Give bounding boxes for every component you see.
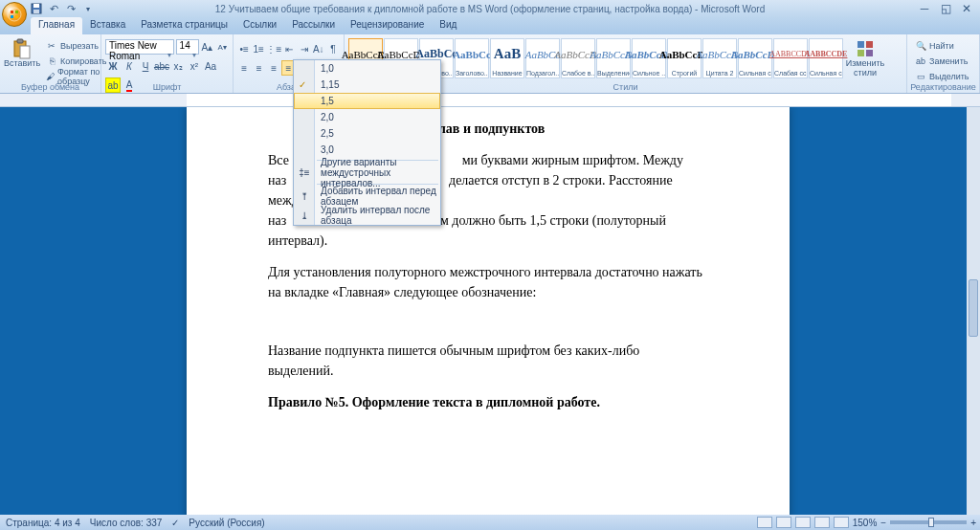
group-clipboard: Вставить ✂Вырезать ⎘Копировать 🖌Формат п… — [0, 34, 101, 93]
spacing-option[interactable]: 2,0 — [294, 109, 440, 125]
tab-review[interactable]: Рецензирование — [343, 17, 432, 34]
view-outline[interactable] — [814, 517, 830, 528]
qat-redo-icon[interactable]: ↷ — [63, 1, 78, 16]
zoom-level[interactable]: 150% — [853, 518, 878, 528]
replace-button[interactable]: abЗаменить — [911, 54, 973, 68]
copy-icon: ⎘ — [46, 55, 57, 67]
format-painter-button[interactable]: 🖌Формат по образцу — [42, 69, 110, 83]
style-item[interactable]: AABBCCDEСильная с... — [809, 38, 843, 78]
qat-undo-icon[interactable]: ↶ — [46, 1, 61, 16]
strike-icon[interactable]: abc — [154, 58, 169, 74]
style-item[interactable]: AaBbCcDcСильная с... — [738, 38, 772, 78]
tab-mailings[interactable]: Рассылки — [284, 17, 343, 34]
minimize-button[interactable]: ─ — [915, 2, 934, 15]
subscript-icon[interactable]: x₂ — [170, 58, 186, 74]
window-title: 12 Учитываем общие требования к дипломно… — [215, 4, 765, 14]
status-words[interactable]: Число слов: 337 — [90, 518, 163, 528]
tab-references[interactable]: Ссылки — [235, 17, 284, 34]
tab-home[interactable]: Главная — [31, 17, 82, 34]
show-marks-icon[interactable]: ¶ — [326, 41, 340, 56]
select-button[interactable]: ▭Выделить — [911, 69, 973, 83]
select-icon: ▭ — [915, 71, 926, 82]
cut-button[interactable]: ✂Вырезать — [42, 38, 110, 53]
multilevel-icon[interactable]: ⋮≡ — [266, 41, 281, 56]
indent-inc-icon[interactable]: ⇥ — [298, 41, 311, 56]
numbering-icon[interactable]: 1≡ — [252, 41, 265, 56]
tab-insert[interactable]: Вставка — [82, 17, 133, 34]
spacing-value: 1,15 — [321, 79, 339, 90]
svg-rect-9 — [17, 39, 23, 43]
status-bar: Страница: 4 из 4 Число слов: 337 ✓ Русск… — [0, 515, 980, 530]
font-name-combo[interactable]: Times New Roman — [105, 39, 174, 55]
view-full-screen[interactable] — [776, 517, 791, 528]
shrink-font-icon[interactable]: A▾ — [215, 39, 229, 55]
style-item[interactable]: AaBНазвание — [490, 38, 524, 78]
style-item[interactable]: AABBCCDEСлабая сс... — [773, 38, 808, 78]
heading: Правило №5. Оформление текста в дипломно… — [268, 392, 708, 412]
style-name: Название — [491, 69, 523, 77]
scrollbar-thumb[interactable] — [969, 279, 978, 337]
superscript-icon[interactable]: x² — [187, 58, 202, 74]
svg-rect-6 — [33, 4, 39, 8]
find-button[interactable]: 🔍Найти — [911, 38, 973, 53]
maximize-button[interactable]: ◱ — [936, 2, 955, 15]
spacing-value: 2,5 — [321, 128, 334, 139]
add-before-icon: ⤒ — [297, 188, 312, 204]
spacing-option[interactable]: 3,0 — [294, 142, 440, 158]
view-print-layout[interactable] — [757, 517, 772, 528]
style-name: Слабое в... — [562, 69, 594, 77]
qat-dropdown-icon[interactable]: ▾ — [80, 1, 96, 16]
style-name: Цитата 2 — [703, 69, 736, 77]
spacing-remove-after[interactable]: ⤓Удалить интервал после абзаца — [294, 206, 440, 225]
svg-rect-13 — [858, 50, 864, 56]
grow-font-icon[interactable]: A▴ — [201, 39, 214, 55]
zoom-slider[interactable] — [890, 520, 967, 524]
vertical-scrollbar[interactable] — [967, 107, 980, 515]
spacing-option[interactable]: 1,0 — [294, 60, 440, 77]
align-center-icon[interactable]: ≡ — [252, 60, 265, 76]
tab-view[interactable]: Вид — [432, 17, 464, 34]
align-left-icon[interactable]: ≡ — [237, 60, 251, 76]
status-page[interactable]: Страница: 4 из 4 — [6, 518, 80, 528]
bullets-icon[interactable]: •≡ — [237, 41, 251, 56]
align-right-icon[interactable]: ≡ — [267, 60, 280, 76]
spacing-options-icon: ‡≡ — [297, 165, 312, 180]
office-button[interactable] — [2, 2, 27, 27]
sort-icon[interactable]: A↓ — [312, 41, 325, 56]
font-size-combo[interactable]: 14 — [176, 39, 199, 55]
page[interactable]: Правило №4. Оформление глав и подпунктов… — [187, 107, 790, 515]
document-area: Правило №4. Оформление глав и подпунктов… — [0, 107, 980, 515]
group-editing: 🔍Найти abЗаменить ▭Выделить Редактирован… — [907, 34, 980, 93]
paragraph-text: интервал). — [268, 231, 708, 251]
zoom-out-button[interactable]: − — [880, 518, 886, 528]
tab-layout[interactable]: Разметка страницы — [133, 17, 235, 34]
find-icon: 🔍 — [915, 40, 926, 52]
spacing-option[interactable]: 2,5 — [294, 125, 440, 142]
remove-after-icon: ⤓ — [297, 208, 312, 223]
svg-rect-1 — [11, 11, 13, 13]
spacing-add-before[interactable]: ⤒Добавить интервал перед абзацем — [294, 187, 440, 206]
close-button[interactable]: ✕ — [957, 2, 976, 15]
view-web-layout[interactable] — [795, 517, 811, 528]
ribbon: Вставить ✂Вырезать ⎘Копировать 🖌Формат п… — [0, 34, 980, 94]
underline-icon[interactable]: Ч — [138, 58, 153, 74]
spacing-more-options[interactable]: ‡≡Другие варианты междустрочных интервал… — [294, 163, 440, 182]
svg-rect-2 — [15, 11, 18, 13]
style-preview: AaBbCc — [453, 39, 491, 69]
ribbon-tabs: Главная Вставка Разметка страницы Ссылки… — [0, 17, 980, 34]
check-icon: ✓ — [299, 79, 306, 90]
status-spellcheck-icon[interactable]: ✓ — [171, 518, 179, 528]
clear-format-icon[interactable]: Aa — [203, 58, 218, 74]
view-draft[interactable] — [834, 517, 849, 528]
status-language[interactable]: Русский (Россия) — [189, 518, 264, 528]
zoom-in-button[interactable]: + — [970, 518, 976, 528]
spacing-option[interactable]: ✓1,15 — [294, 77, 440, 93]
indent-dec-icon[interactable]: ⇤ — [282, 41, 296, 56]
horizontal-ruler[interactable] — [0, 94, 980, 107]
style-name: Сильная с... — [739, 69, 771, 77]
spacing-option[interactable]: 1,5 — [294, 93, 440, 109]
qat-save-icon[interactable] — [29, 1, 44, 16]
brush-icon: 🖌 — [46, 71, 55, 82]
spacing-value: 1,0 — [321, 63, 334, 74]
style-item[interactable]: AaBbCcЗаголово... — [455, 38, 489, 78]
